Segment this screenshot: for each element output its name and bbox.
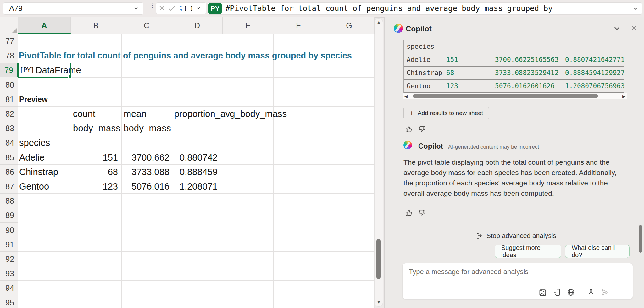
row-header-77[interactable]: 77 xyxy=(0,34,18,48)
add-results-button[interactable]: + Add results to new sheet xyxy=(403,107,489,119)
copilot-logo-icon xyxy=(394,24,403,33)
cell-D82-proportion[interactable]: proportion_avg_body_mass xyxy=(174,107,287,121)
scroll-up-icon[interactable]: ▲ xyxy=(376,19,381,25)
scroll-down-icon[interactable]: ▼ xyxy=(376,299,381,305)
message-body: The pivot table displaying both the tota… xyxy=(403,157,624,199)
scroll-right-icon[interactable]: ▶ xyxy=(622,94,625,99)
stop-label: Stop advanced analysis xyxy=(486,232,556,239)
cell-A85[interactable]: Adelie xyxy=(19,150,45,165)
column-header-A[interactable]: A xyxy=(18,17,71,34)
cell-C85[interactable]: 3700.662 xyxy=(121,150,169,165)
panel-collapse-chevron-icon[interactable] xyxy=(614,26,620,31)
column-header-F[interactable]: F xyxy=(273,17,324,34)
formula-text: #PivotTable for total count of penguins … xyxy=(225,4,633,13)
column-header-B[interactable]: B xyxy=(71,17,121,34)
row-header-92[interactable]: 92 xyxy=(0,252,18,266)
row-header-93[interactable]: 93 xyxy=(0,266,18,281)
row-header-86[interactable]: 86 xyxy=(0,165,18,179)
fill-handle[interactable] xyxy=(68,75,72,79)
python-language-badge: PY xyxy=(208,3,222,14)
name-box[interactable]: A79 xyxy=(3,2,143,15)
row-header-79[interactable]: 79 xyxy=(0,63,18,77)
row-header-95[interactable]: 95 xyxy=(0,295,18,308)
cell-B82-count[interactable]: count xyxy=(73,107,95,121)
enter-check-icon[interactable] xyxy=(168,5,175,11)
table-cell xyxy=(492,40,562,53)
sheet-scrollbar-thumb[interactable] xyxy=(376,239,381,279)
row-header-78[interactable]: 78 xyxy=(0,48,18,63)
cell-A81-preview[interactable]: Preview xyxy=(19,92,48,107)
cancel-icon[interactable] xyxy=(159,5,165,11)
expand-formula-bar-chevron-icon[interactable] xyxy=(633,7,638,10)
column-header-G[interactable]: G xyxy=(324,17,375,34)
row-header-83[interactable]: 83 xyxy=(0,121,18,135)
microphone-icon[interactable] xyxy=(587,288,595,297)
cell-A84-species[interactable]: species xyxy=(19,135,50,150)
prompt-library-icon[interactable] xyxy=(552,288,561,297)
copilot-result-table: species Adelie 151 3700.66225165563 0.88… xyxy=(403,40,624,93)
cell-A78-title[interactable]: PivotTable for total count of penguins a… xyxy=(19,48,352,63)
row-header-90[interactable]: 90 xyxy=(0,223,18,237)
cell-B85[interactable]: 151 xyxy=(71,150,118,165)
column-header-E[interactable]: E xyxy=(223,17,273,34)
convert-dropdown-chevron-icon[interactable] xyxy=(196,7,201,10)
stop-advanced-analysis[interactable]: Stop advanced analysis xyxy=(476,232,556,239)
drag-grip-icon: ⋮ xyxy=(149,4,155,7)
row-header-80[interactable]: 80 xyxy=(0,78,18,92)
row-header-84[interactable]: 84 xyxy=(0,135,18,150)
cell-C82-mean[interactable]: mean xyxy=(124,107,147,121)
cell-C87[interactable]: 5076.016 xyxy=(121,179,169,194)
table-scrollbar-thumb[interactable] xyxy=(413,94,598,98)
ai-disclaimer: AI-generated content may be incorrect xyxy=(448,144,539,150)
table-cell: 3733.08823529412 xyxy=(492,67,562,80)
scroll-left-icon[interactable]: ◀ xyxy=(404,94,408,99)
name-box-chevron-icon[interactable] xyxy=(134,7,139,10)
row-header-91[interactable]: 91 xyxy=(0,237,18,252)
formula-input[interactable]: PY #PivotTable for total count of pengui… xyxy=(208,2,642,15)
table-cell: Gentoo xyxy=(404,80,443,93)
table-cell: 5076.0162601626 xyxy=(492,80,562,93)
web-search-globe-icon[interactable] xyxy=(567,288,575,297)
select-all-triangle-icon xyxy=(12,28,17,33)
thumbs-up-icon[interactable] xyxy=(405,125,413,133)
row-header-94[interactable]: 94 xyxy=(0,281,18,295)
copilot-message-logo-icon xyxy=(403,141,412,149)
suggestion-pill-more-ideas[interactable]: Suggest more ideas xyxy=(495,245,561,258)
thumbs-down-icon[interactable] xyxy=(418,125,426,133)
suggestion-pill-what-else[interactable]: What else can I do? xyxy=(565,245,630,258)
add-image-icon[interactable] xyxy=(538,288,547,297)
selection-border xyxy=(18,63,71,78)
column-header-C[interactable]: C xyxy=(121,17,172,34)
add-results-label: Add results to new sheet xyxy=(418,110,483,117)
row-header-89[interactable]: 89 xyxy=(0,208,18,223)
cell-A87[interactable]: Gentoo xyxy=(19,179,49,194)
row-header-85[interactable]: 85 xyxy=(0,150,18,165)
python-object-convert-icon[interactable]: [ ] xyxy=(178,4,193,12)
thumbs-up-icon[interactable] xyxy=(405,209,413,217)
formula-bar-actions: [ ] xyxy=(156,2,206,14)
table-cell: 123 xyxy=(443,80,492,93)
cell-D87[interactable]: 1.208071 xyxy=(172,179,218,194)
column-header-D[interactable]: D xyxy=(172,17,223,34)
chat-input[interactable] xyxy=(408,267,604,286)
cell-B87[interactable]: 123 xyxy=(71,179,118,194)
row-header-87[interactable]: 87 xyxy=(0,179,18,194)
cell-A86[interactable]: Chinstrap xyxy=(19,165,58,179)
row-header-81[interactable]: 81 xyxy=(0,92,18,107)
cell-C86[interactable]: 3733.088 xyxy=(121,165,169,179)
send-icon[interactable] xyxy=(601,288,609,297)
row-header-82[interactable]: 82 xyxy=(0,107,18,121)
row-header-88[interactable]: 88 xyxy=(0,194,18,208)
cell-D86[interactable]: 0.888459 xyxy=(172,165,218,179)
panel-close-icon[interactable] xyxy=(631,25,637,31)
cell-D85[interactable]: 0.880742 xyxy=(172,150,218,165)
icon-divider xyxy=(581,288,581,297)
panel-scrollbar-thumb[interactable] xyxy=(639,225,642,253)
cell-B86[interactable]: 68 xyxy=(71,165,118,179)
thumbs-down-icon[interactable] xyxy=(418,209,426,217)
cell-C83-bodymass[interactable]: body_mass xyxy=(124,121,171,135)
table-cell: Adelie xyxy=(404,53,443,67)
table-cell: 1.2080706756963 xyxy=(562,80,624,93)
cell-B83-bodymass[interactable]: body_mass xyxy=(73,121,120,135)
table-cell xyxy=(443,40,492,53)
